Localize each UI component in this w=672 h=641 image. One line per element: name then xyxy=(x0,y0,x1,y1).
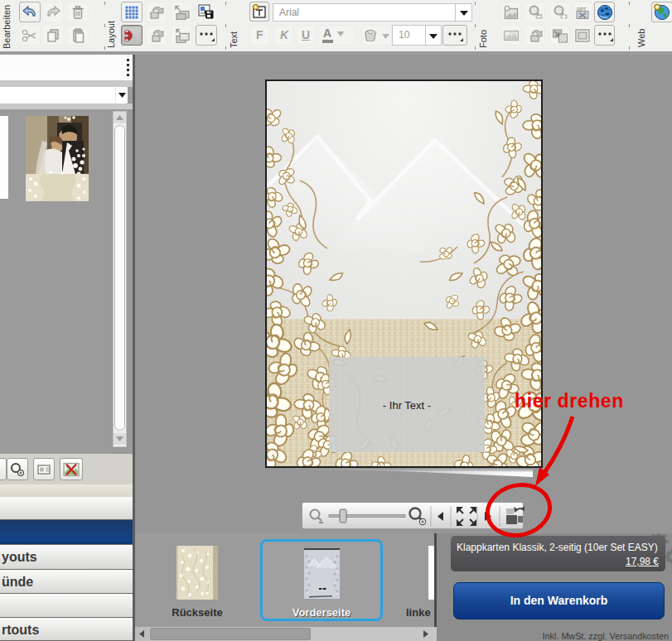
svg-text:OPT: OPT xyxy=(577,6,587,11)
svg-text:- Ihr Text -: - Ihr Text - xyxy=(383,399,431,412)
